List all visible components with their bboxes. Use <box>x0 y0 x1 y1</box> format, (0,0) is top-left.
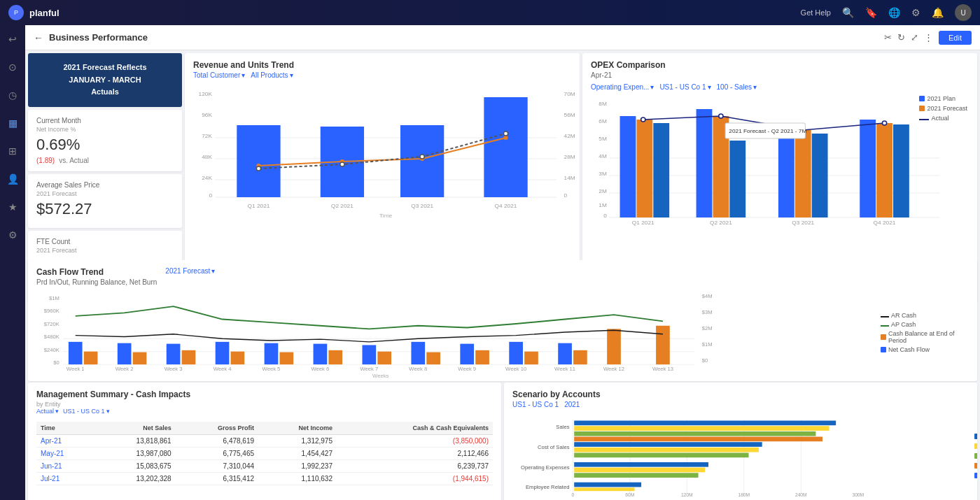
sidebar-chart-icon[interactable]: ▦ <box>6 115 20 131</box>
products-filter[interactable]: All Products ▾ <box>251 71 293 79</box>
avatar[interactable]: U <box>955 4 972 21</box>
svg-text:Week 4: Week 4 <box>214 367 232 372</box>
opex-bar-q3-forecast <box>795 130 811 217</box>
opex-svg: 8M 6M 5M 4M 3M 2M 1M 0 <box>591 95 969 221</box>
svg-text:Sales: Sales <box>556 424 569 430</box>
sales-bar-aop <box>574 426 829 431</box>
sales-actual-dot4 <box>503 136 507 140</box>
opex2-bar-actual <box>574 462 708 467</box>
opex-bar-q1-forecast <box>636 120 652 217</box>
revenue-bar-q1 <box>237 125 280 197</box>
planful-logo: planful <box>29 8 59 18</box>
cell-time: May-21 <box>36 448 95 460</box>
scissors-icon[interactable]: ✂ <box>884 32 892 43</box>
cell-time: Jun-21 <box>36 460 95 473</box>
sidebar-clock-icon[interactable]: ◷ <box>6 87 20 103</box>
scenario-chart-wrapper: Sales Cost of Sales Operating Expenses E… <box>512 413 969 500</box>
revenue-bar-q3 <box>400 125 444 197</box>
scenario-title: Scenario by Accounts <box>512 390 969 399</box>
legend-lrp: LRP <box>974 452 977 459</box>
svg-text:Q1 2021: Q1 2021 <box>248 203 270 209</box>
cos-bar-lrp <box>574 453 748 458</box>
opex-line-dot2 <box>719 114 723 118</box>
ap-bar-w7 <box>377 352 391 364</box>
ar-bar-w11 <box>558 343 572 364</box>
legend-cash-balance: Cash Balance at End of Period <box>881 330 969 344</box>
back-button[interactable]: ← <box>34 32 43 43</box>
more-icon[interactable]: ⋮ <box>924 32 933 43</box>
scenario-entity-filter[interactable]: US1 - US Co 1 <box>512 401 559 408</box>
cell-grossprofit: 7,310,044 <box>176 460 258 473</box>
edit-button[interactable]: Edit <box>939 31 972 45</box>
svg-text:Operating Expenses: Operating Expenses <box>521 464 570 471</box>
opex2-bar-lrp <box>574 473 698 478</box>
sales-forecast-dot4 <box>503 131 507 136</box>
mgmt-type-filter[interactable]: Actual ▾ <box>36 408 59 415</box>
avg-sales-card: Average Sales Price 2021 Forecast $572.2… <box>28 174 182 228</box>
bookmark-icon[interactable]: 🔖 <box>865 7 877 18</box>
sidebar-icons: ↩ ⊙ ◷ ▦ ⊞ 👤 ★ ⚙ <box>0 25 25 500</box>
mgmt-entity-filter[interactable]: US1 - US Co 1 ▾ <box>63 408 110 415</box>
svg-text:$480K: $480K <box>44 335 59 340</box>
col-netsales: Net Sales <box>95 422 176 435</box>
cashflow-title-area: Cash Flow Trend Prd In/Out, Running Bala… <box>36 267 157 290</box>
svg-text:72K: 72K <box>202 133 212 139</box>
opex-bar-q3-actual <box>812 134 828 217</box>
sidebar-home-icon[interactable]: ⊙ <box>6 59 20 76</box>
scenario-year-filter[interactable]: 2021 <box>564 401 580 408</box>
net-income-change: (1.89) <box>36 157 55 164</box>
svg-text:Week 11: Week 11 <box>554 367 575 372</box>
svg-text:5M: 5M <box>598 136 607 142</box>
ap-bar-w2 <box>133 352 147 365</box>
ap-bar-w10 <box>524 352 538 364</box>
bell-icon[interactable]: 🔔 <box>932 7 944 18</box>
opex-legend-forecast: 2021 Forecast <box>919 105 967 112</box>
ar-bar-w4 <box>216 342 230 364</box>
mgmt-subtitle: by Entity <box>36 401 493 408</box>
cashflow-title: Cash Flow Trend <box>36 267 157 277</box>
svg-text:Week 12: Week 12 <box>603 367 624 372</box>
svg-text:$720K: $720K <box>44 322 59 327</box>
svg-text:Week 1: Week 1 <box>66 367 85 372</box>
svg-text:$4M: $4M <box>702 294 713 299</box>
banner-line3: Actuals <box>36 86 174 99</box>
col-grossprofit: Gross Profit <box>176 422 258 435</box>
settings-icon[interactable]: ⚙ <box>911 7 920 18</box>
svg-text:$0: $0 <box>702 359 708 364</box>
sales-bar-whatif <box>574 437 822 442</box>
ap-bar-w4 <box>231 352 245 364</box>
revenue-chart-area: 120K 96K 72K 48K 24K 0 70M 56M 42M 28M <box>193 83 571 285</box>
opex-line-dot4 <box>882 121 886 125</box>
customer-filter[interactable]: Total Customer ▾ <box>193 71 245 79</box>
svg-text:48K: 48K <box>202 154 212 160</box>
opex-filter[interactable]: Operating Expen... ▾ <box>591 83 654 91</box>
sales-forecast-dot3 <box>420 155 424 159</box>
svg-text:Week 2: Week 2 <box>115 367 134 372</box>
sidebar-back-icon[interactable]: ↩ <box>6 31 20 48</box>
cashflow-chart-wrapper: $1M $960K $720K $480K $240K $0 $4M $3M $… <box>36 290 969 374</box>
expand-icon[interactable]: ⤢ <box>911 32 918 43</box>
get-help-link[interactable]: Get Help <box>801 8 831 17</box>
logo-icon: P <box>8 5 24 20</box>
search-icon[interactable]: 🔍 <box>842 7 854 18</box>
col-netincome: Net Income <box>258 422 337 435</box>
cashflow-filter[interactable]: 2021 Forecast ▾ <box>165 267 215 275</box>
net-income-label: Net Income % <box>36 126 174 133</box>
refresh-icon[interactable]: ↻ <box>897 32 905 43</box>
sidebar-grid-icon[interactable]: ⊞ <box>6 143 20 159</box>
globe-icon[interactable]: 🌐 <box>888 7 900 18</box>
opex-bar-q2-actual <box>729 141 746 217</box>
net-cash-line <box>76 330 663 342</box>
net-income-value: 0.69% <box>36 136 174 154</box>
ap-bar-w6 <box>328 350 342 364</box>
sidebar-star-icon[interactable]: ★ <box>6 199 20 215</box>
region-filter[interactable]: US1 - US Co 1 ▾ <box>659 83 710 91</box>
legend-2021aop: 2021 AOP <box>974 443 977 450</box>
dept-filter[interactable]: 100 - Sales ▾ <box>717 83 757 91</box>
legend-actual: Actual <box>974 433 977 440</box>
legend-ap-cash: AP Cash <box>881 321 969 328</box>
sidebar-person-icon[interactable]: 👤 <box>4 171 22 187</box>
opex-bar-q1-actual <box>653 123 669 217</box>
mgmt-filters: Actual ▾ US1 - US Co 1 ▾ <box>36 408 493 415</box>
sidebar-gear-icon[interactable]: ⚙ <box>6 227 20 243</box>
